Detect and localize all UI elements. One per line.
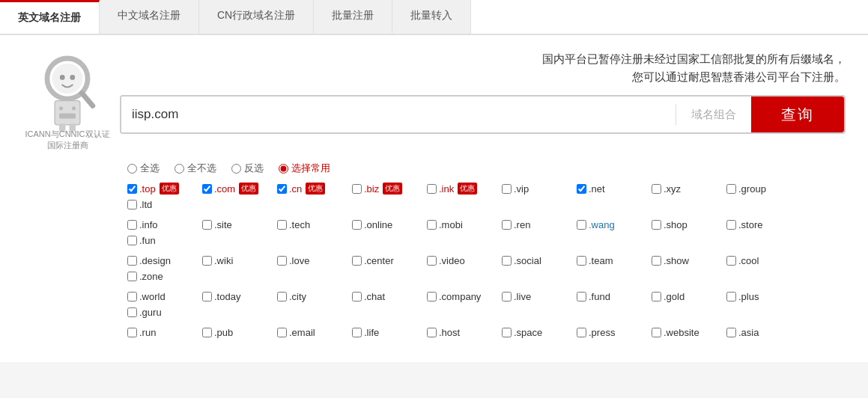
domain-item-gold[interactable]: .gold — [652, 291, 726, 302]
domain-row-1: .top优惠 .com优惠 .cn优惠 .biz优惠 .ink优惠 .vip — [127, 183, 846, 215]
robot-label: ICANN与CNNIC双认证国际注册商 — [22, 129, 112, 151]
svg-rect-8 — [59, 114, 76, 119]
tab-cn-admin-domain[interactable]: CN行政域名注册 — [199, 0, 314, 34]
radio-invert[interactable]: 反选 — [231, 162, 264, 175]
tab-english-domain[interactable]: 英文域名注册 — [0, 0, 100, 34]
radio-select-none[interactable]: 全不选 — [174, 162, 216, 175]
domain-item-design[interactable]: .design — [127, 255, 202, 266]
domain-item-info[interactable]: .info — [127, 219, 202, 230]
domain-item-fun[interactable]: .fun — [127, 235, 202, 246]
domain-item-wiki[interactable]: .wiki — [202, 255, 277, 266]
tab-batch-register[interactable]: 批量注册 — [314, 0, 392, 34]
domain-item-team[interactable]: .team — [577, 255, 652, 266]
domain-row-3: .design .wiki .love .center .video .soci… — [127, 255, 846, 287]
domain-item-plus[interactable]: .plus — [726, 291, 801, 302]
domain-item-love[interactable]: .love — [277, 255, 352, 266]
domain-item-website[interactable]: .website — [652, 327, 726, 338]
robot-area: ICANN与CNNIC双认证国际注册商 — [22, 50, 112, 151]
domain-item-today[interactable]: .today — [202, 291, 277, 302]
domain-item-live[interactable]: .live — [502, 291, 577, 302]
domain-item-mobi[interactable]: .mobi — [427, 219, 502, 230]
domain-item-space[interactable]: .space — [502, 327, 577, 338]
domain-item-online[interactable]: .online — [352, 219, 427, 230]
svg-point-1 — [52, 64, 83, 94]
domain-item-wang[interactable]: .wang — [577, 219, 652, 230]
svg-point-6 — [59, 106, 63, 110]
domain-item-fund[interactable]: .fund — [577, 291, 652, 302]
domain-item-com[interactable]: .com优惠 — [202, 183, 277, 195]
tab-batch-transfer[interactable]: 批量转入 — [392, 0, 471, 34]
svg-point-7 — [72, 106, 76, 110]
search-bar: 域名组合 查询 — [120, 95, 846, 134]
magnifier-icon — [26, 50, 109, 132]
domain-item-social[interactable]: .social — [502, 255, 577, 266]
search-button[interactable]: 查询 — [751, 97, 844, 132]
domain-item-store[interactable]: .store — [726, 219, 801, 230]
domain-row-4: .world .today .city .chat .company .live — [127, 291, 846, 322]
svg-rect-3 — [55, 101, 80, 125]
svg-point-5 — [70, 75, 75, 80]
domain-item-top[interactable]: .top优惠 — [127, 183, 202, 195]
domain-item-shop[interactable]: .shop — [652, 219, 726, 230]
domain-row-5: .run .pub .email .life .host .space — [127, 327, 846, 343]
domain-item-press[interactable]: .press — [577, 327, 652, 338]
domain-item-guru[interactable]: .guru — [127, 307, 202, 318]
domain-item-run[interactable]: .run — [127, 327, 202, 338]
domain-item-company[interactable]: .company — [427, 291, 502, 302]
domain-row-2: .info .site .tech .online .mobi .ren — [127, 219, 846, 251]
domain-item-site[interactable]: .site — [202, 219, 277, 230]
domain-search-input[interactable] — [121, 97, 676, 132]
main-content: ICANN与CNNIC双认证国际注册商 国内平台已暂停注册未经过国家工信部批复的… — [0, 35, 868, 362]
domain-item-vip[interactable]: .vip — [502, 183, 577, 195]
domain-item-biz[interactable]: .biz优惠 — [352, 183, 427, 195]
domain-item-life[interactable]: .life — [352, 327, 427, 338]
domain-item-ltd[interactable]: .ltd — [127, 199, 202, 210]
domain-item-ren[interactable]: .ren — [502, 219, 577, 230]
domain-item-city[interactable]: .city — [277, 291, 352, 302]
domain-item-cn[interactable]: .cn优惠 — [277, 183, 352, 195]
domain-item-video[interactable]: .video — [427, 255, 502, 266]
radio-options: 全选 全不选 反选 选择常用 — [127, 162, 846, 175]
notice-text: 国内平台已暂停注册未经过国家工信部批复的所有后缀域名， 您可以通过耐思智慧香港公… — [120, 50, 846, 86]
domain-item-email[interactable]: .email — [277, 327, 352, 338]
domain-item-ink[interactable]: .ink优惠 — [427, 183, 502, 195]
svg-point-4 — [60, 75, 65, 80]
domain-item-tech[interactable]: .tech — [277, 219, 352, 230]
domain-item-cool[interactable]: .cool — [726, 255, 801, 266]
domain-item-show[interactable]: .show — [652, 255, 726, 266]
domain-item-net[interactable]: .net — [577, 183, 652, 195]
domain-item-asia[interactable]: .asia — [726, 327, 801, 338]
domain-combo-button[interactable]: 域名组合 — [676, 97, 751, 132]
domain-item-chat[interactable]: .chat — [352, 291, 427, 302]
radio-select-all[interactable]: 全选 — [127, 162, 160, 175]
domain-item-group[interactable]: .group — [726, 183, 801, 195]
tab-chinese-domain[interactable]: 中文域名注册 — [100, 0, 199, 34]
tab-bar: 英文域名注册 中文域名注册 CN行政域名注册 批量注册 批量转入 — [0, 0, 868, 35]
domain-item-center[interactable]: .center — [352, 255, 427, 266]
domain-item-pub[interactable]: .pub — [202, 327, 277, 338]
svg-line-2 — [82, 94, 92, 106]
domain-item-world[interactable]: .world — [127, 291, 202, 302]
domain-item-host[interactable]: .host — [427, 327, 502, 338]
domain-grid: .top优惠 .com优惠 .cn优惠 .biz优惠 .ink优惠 .vip — [127, 183, 846, 343]
domain-item-xyz[interactable]: .xyz — [652, 183, 726, 195]
radio-common[interactable]: 选择常用 — [279, 162, 330, 175]
domain-item-zone[interactable]: .zone — [127, 271, 202, 282]
